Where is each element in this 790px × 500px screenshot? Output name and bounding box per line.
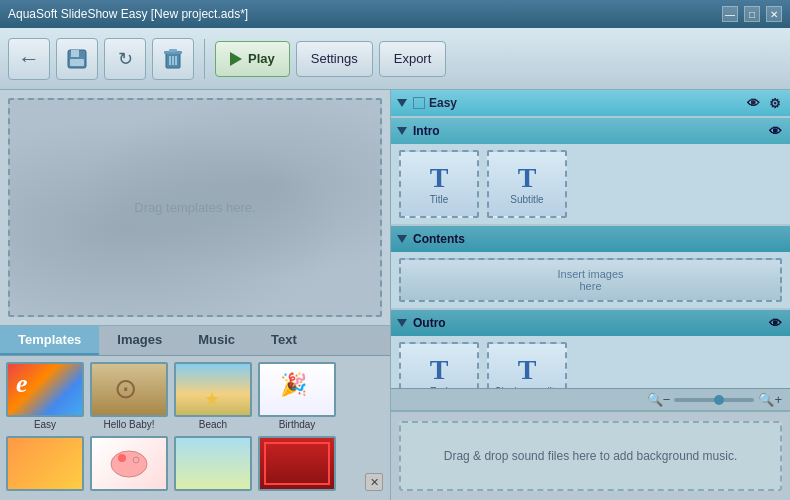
save-button[interactable]	[56, 38, 98, 80]
main-area: Drag templates here. Templates Images Mu…	[0, 90, 790, 500]
thumbnail-hello[interactable]	[90, 362, 168, 417]
subtitle-letter: T	[518, 164, 537, 192]
outro-label: Outro	[413, 316, 766, 330]
end-letter: T	[430, 356, 449, 384]
title-card-label: Title	[430, 194, 449, 205]
list-item[interactable]	[174, 436, 252, 493]
bottom-section: Templates Images Music Text Easy Hello B…	[0, 325, 390, 500]
thumbnail-row2c[interactable]	[174, 436, 252, 491]
tree-header-contents[interactable]: Contents	[391, 226, 790, 252]
tab-text[interactable]: Text	[253, 326, 315, 355]
insert-images-text: Insert imageshere	[557, 268, 623, 292]
list-item[interactable]: Birthday	[258, 362, 336, 430]
tree-section-outro: Outro 👁 T End T Closing credits	[391, 310, 790, 388]
tab-music[interactable]: Music	[180, 326, 253, 355]
list-item[interactable]: Hello Baby!	[90, 362, 168, 430]
list-item[interactable]: Easy	[6, 362, 84, 430]
insert-images-box[interactable]: Insert imageshere	[399, 258, 782, 302]
title-letter: T	[430, 164, 449, 192]
expand-icon	[397, 99, 407, 107]
eye-icon-outro[interactable]: 👁	[766, 314, 784, 332]
intro-label: Intro	[413, 124, 766, 138]
subtitle-card-label: Subtitle	[510, 194, 543, 205]
sound-area: Drag & drop sound files here to add back…	[391, 410, 790, 500]
list-item[interactable]	[90, 436, 168, 493]
sound-drop-text: Drag & drop sound files here to add back…	[444, 449, 738, 463]
tab-bar: Templates Images Music Text	[0, 326, 390, 356]
svg-point-11	[133, 457, 139, 463]
thumbnails-area: Easy Hello Baby! Beach Birthday	[0, 356, 390, 499]
title-bar: AquaSoft SlideShow Easy [New project.ads…	[0, 0, 790, 28]
zoom-slider[interactable]	[674, 398, 754, 402]
root-label: Easy	[429, 96, 744, 110]
export-button[interactable]: Export	[379, 41, 447, 77]
slide-card-closing[interactable]: T Closing credits	[487, 342, 567, 388]
slide-card-title[interactable]: T Title	[399, 150, 479, 218]
thumbnail-birthday[interactable]	[258, 362, 336, 417]
right-panel: Easy 👁 ⚙ Intro 👁	[390, 90, 790, 500]
svg-rect-1	[71, 50, 79, 57]
row2b-icon	[104, 446, 154, 482]
zoom-out-icon[interactable]: 🔍−	[647, 392, 671, 407]
save-icon	[66, 48, 88, 70]
minimize-button[interactable]: —	[722, 6, 738, 22]
slide-card-end[interactable]: T End	[399, 342, 479, 388]
back-button[interactable]: ←	[8, 38, 50, 80]
thumb-label-easy: Easy	[34, 419, 56, 430]
window-controls: — □ ✕	[722, 6, 782, 22]
maximize-button[interactable]: □	[744, 6, 760, 22]
tree-header-outro[interactable]: Outro 👁	[391, 310, 790, 336]
gear-icon[interactable]: ⚙	[766, 94, 784, 112]
undo-button[interactable]: ↻	[104, 38, 146, 80]
expand-icon	[397, 127, 407, 135]
zoom-in-icon[interactable]: 🔍+	[758, 392, 782, 407]
svg-rect-2	[70, 59, 84, 66]
eye-icon-intro[interactable]: 👁	[766, 122, 784, 140]
close-small-button[interactable]: ✕	[365, 473, 383, 491]
tree-header-root[interactable]: Easy 👁 ⚙	[391, 90, 790, 116]
thumbnail-row2d[interactable]	[258, 436, 336, 491]
canvas-area[interactable]: Drag templates here.	[8, 98, 382, 317]
tab-images[interactable]: Images	[99, 326, 180, 355]
contents-content: Insert imageshere	[391, 252, 790, 308]
svg-point-9	[111, 451, 147, 477]
list-item[interactable]	[258, 436, 336, 493]
eye-icon[interactable]: 👁	[744, 94, 762, 112]
play-icon	[230, 52, 242, 66]
svg-point-10	[118, 454, 126, 462]
expand-icon	[397, 319, 407, 327]
svg-rect-5	[169, 49, 177, 52]
thumb-label-birthday: Birthday	[279, 419, 316, 430]
tree-header-intro[interactable]: Intro 👁	[391, 118, 790, 144]
thumbnail-beach[interactable]	[174, 362, 252, 417]
thumbnail-row2b[interactable]	[90, 436, 168, 491]
tab-templates[interactable]: Templates	[0, 326, 99, 355]
tree-section-intro: Intro 👁 T Title T Subtitle	[391, 118, 790, 224]
export-label: Export	[394, 51, 432, 66]
outro-content: T End T Closing credits	[391, 336, 790, 388]
thumb-label-beach: Beach	[199, 419, 227, 430]
contents-label: Contents	[413, 232, 784, 246]
list-item[interactable]: Beach	[174, 362, 252, 430]
left-panel: Drag templates here. Templates Images Mu…	[0, 90, 390, 500]
zoom-slider-thumb[interactable]	[714, 395, 724, 405]
canvas-drop-text: Drag templates here.	[134, 200, 255, 215]
outro-icons: 👁	[766, 314, 784, 332]
thumb-label-hello: Hello Baby!	[103, 419, 154, 430]
closing-letter: T	[518, 356, 537, 384]
thumbnail-row2a[interactable]	[6, 436, 84, 491]
toolbar: ← ↻ Play Settings Export	[0, 28, 790, 90]
list-item[interactable]	[6, 436, 84, 493]
thumbnail-easy[interactable]	[6, 362, 84, 417]
sound-drop-box[interactable]: Drag & drop sound files here to add back…	[399, 421, 782, 491]
settings-button[interactable]: Settings	[296, 41, 373, 77]
trash-icon	[163, 48, 183, 70]
delete-button[interactable]	[152, 38, 194, 80]
play-label: Play	[248, 51, 275, 66]
slide-card-subtitle[interactable]: T Subtitle	[487, 150, 567, 218]
close-button[interactable]: ✕	[766, 6, 782, 22]
root-icons: 👁 ⚙	[744, 94, 784, 112]
intro-icons: 👁	[766, 122, 784, 140]
play-button[interactable]: Play	[215, 41, 290, 77]
root-checkbox[interactable]	[413, 97, 425, 109]
